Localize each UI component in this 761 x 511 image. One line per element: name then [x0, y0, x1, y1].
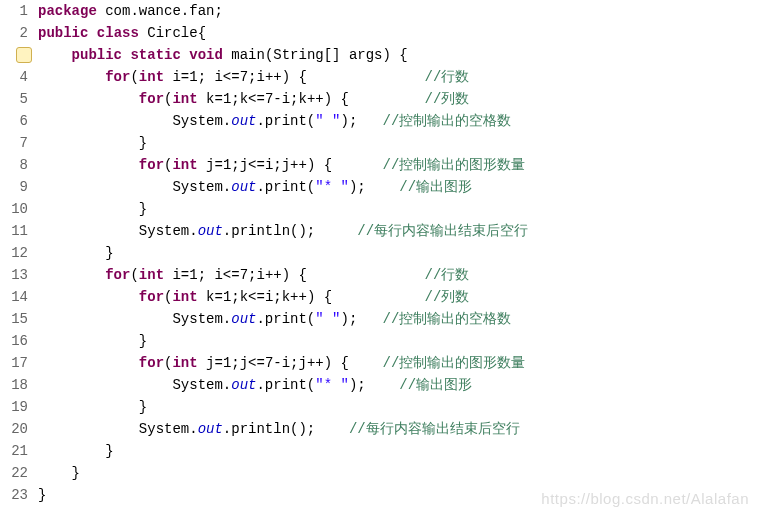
code-line[interactable]: 15 System.out.print(" "); //控制输出的空格数 [0, 308, 761, 330]
token-plain: } [38, 487, 46, 503]
code-line[interactable]: 9 System.out.print("* "); //输出图形 [0, 176, 761, 198]
token-fld: out [231, 179, 256, 195]
token-plain: ); [349, 377, 399, 393]
line-number: 16 [0, 330, 34, 352]
code-line[interactable]: 16 } [0, 330, 761, 352]
line-number: 4 [0, 66, 34, 88]
token-plain: } [105, 245, 113, 261]
code-line[interactable]: 1package com.wance.fan; [0, 0, 761, 22]
code-content[interactable]: } [34, 484, 46, 506]
token-kw: int [172, 91, 197, 107]
token-plain [181, 47, 189, 63]
code-content[interactable]: } [34, 132, 147, 154]
token-plain: k=1;k<=7-i;k++) { [198, 91, 425, 107]
code-editor[interactable]: 1package com.wance.fan;2public class Cir… [0, 0, 761, 506]
token-kw: for [139, 157, 164, 173]
line-number: 9 [0, 176, 34, 198]
code-content[interactable]: System.out.print(" "); //控制输出的空格数 [34, 110, 511, 132]
token-cmt: //行数 [425, 267, 470, 283]
code-line[interactable]: 22 } [0, 462, 761, 484]
code-line[interactable]: 8 for(int j=1;j<=i;j++) { //控制输出的图形数量 [0, 154, 761, 176]
code-content[interactable]: System.out.println(); //每行内容输出结束后空行 [34, 220, 528, 242]
code-content[interactable]: for(int j=1;j<=i;j++) { //控制输出的图形数量 [34, 154, 525, 176]
code-content[interactable]: public class Circle{ [34, 22, 206, 44]
token-plain: com.wance.fan; [97, 3, 223, 19]
line-number: 8 [0, 154, 34, 176]
token-str: " " [315, 311, 340, 327]
code-line[interactable]: 2public class Circle{ [0, 22, 761, 44]
token-plain: j=1;j<=i;j++) { [198, 157, 383, 173]
line-number: 15 [0, 308, 34, 330]
code-content[interactable]: System.out.print("* "); //输出图形 [34, 176, 472, 198]
token-plain: System. [172, 179, 231, 195]
code-content[interactable]: for(int i=1; i<=7;i++) { //行数 [34, 66, 469, 88]
line-number: 12 [0, 242, 34, 264]
token-plain: ); [340, 311, 382, 327]
line-number: 18 [0, 374, 34, 396]
token-kw: for [139, 289, 164, 305]
token-plain: System. [139, 223, 198, 239]
token-kw: for [105, 267, 130, 283]
code-line[interactable]: 7 } [0, 132, 761, 154]
token-plain: i=1; i<=7;i++) { [164, 69, 424, 85]
token-kw: static [130, 47, 180, 63]
code-line[interactable]: public static void main(String[] args) { [0, 44, 761, 66]
token-cmt: //控制输出的空格数 [383, 311, 512, 327]
token-str: "* " [315, 377, 349, 393]
code-line[interactable]: 13 for(int i=1; i<=7;i++) { //行数 [0, 264, 761, 286]
code-line[interactable]: 21 } [0, 440, 761, 462]
code-content[interactable]: } [34, 242, 114, 264]
quickfix-icon[interactable] [16, 47, 32, 63]
token-plain: System. [139, 421, 198, 437]
token-fld: out [198, 421, 223, 437]
token-plain: Circle{ [139, 25, 206, 41]
code-line[interactable]: 4 for(int i=1; i<=7;i++) { //行数 [0, 66, 761, 88]
code-content[interactable]: public static void main(String[] args) { [34, 44, 408, 66]
token-plain: ( [130, 267, 138, 283]
code-content[interactable]: } [34, 198, 147, 220]
token-str: " " [315, 113, 340, 129]
token-plain: i=1; i<=7;i++) { [164, 267, 424, 283]
code-content[interactable]: package com.wance.fan; [34, 0, 223, 22]
code-content[interactable]: for(int i=1; i<=7;i++) { //行数 [34, 264, 469, 286]
token-cmt: //输出图形 [399, 377, 472, 393]
code-content[interactable]: } [34, 396, 147, 418]
code-line[interactable]: 11 System.out.println(); //每行内容输出结束后空行 [0, 220, 761, 242]
token-plain [88, 25, 96, 41]
code-content[interactable]: } [34, 440, 114, 462]
line-number: 5 [0, 88, 34, 110]
token-cmt: //每行内容输出结束后空行 [357, 223, 528, 239]
token-cmt: //列数 [425, 289, 470, 305]
line-number: 20 [0, 418, 34, 440]
code-content[interactable]: for(int j=1;j<=7-i;j++) { //控制输出的图形数量 [34, 352, 525, 374]
line-number: 2 [0, 22, 34, 44]
token-plain: } [139, 333, 147, 349]
code-content[interactable]: for(int k=1;k<=i;k++) { //列数 [34, 286, 469, 308]
token-cmt: //行数 [425, 69, 470, 85]
code-line[interactable]: 19 } [0, 396, 761, 418]
code-content[interactable]: } [34, 330, 147, 352]
code-line[interactable]: 12 } [0, 242, 761, 264]
code-content[interactable]: for(int k=1;k<=7-i;k++) { //列数 [34, 88, 469, 110]
code-content[interactable]: } [34, 462, 80, 484]
code-line[interactable]: 6 System.out.print(" "); //控制输出的空格数 [0, 110, 761, 132]
code-line[interactable]: 20 System.out.println(); //每行内容输出结束后空行 [0, 418, 761, 440]
line-number: 22 [0, 462, 34, 484]
code-line[interactable]: 17 for(int j=1;j<=7-i;j++) { //控制输出的图形数量 [0, 352, 761, 374]
token-cmt: //控制输出的空格数 [383, 113, 512, 129]
token-kw: int [139, 267, 164, 283]
token-plain: } [105, 443, 113, 459]
token-cmt: //输出图形 [399, 179, 472, 195]
token-cmt: //控制输出的图形数量 [383, 157, 526, 173]
code-line[interactable]: 5 for(int k=1;k<=7-i;k++) { //列数 [0, 88, 761, 110]
code-content[interactable]: System.out.println(); //每行内容输出结束后空行 [34, 418, 520, 440]
code-line[interactable]: 18 System.out.print("* "); //输出图形 [0, 374, 761, 396]
code-line[interactable]: 10 } [0, 198, 761, 220]
code-content[interactable]: System.out.print("* "); //输出图形 [34, 374, 472, 396]
token-plain: } [139, 399, 147, 415]
token-plain: System. [172, 113, 231, 129]
line-number: 13 [0, 264, 34, 286]
token-plain: ); [349, 179, 399, 195]
code-content[interactable]: System.out.print(" "); //控制输出的空格数 [34, 308, 511, 330]
code-line[interactable]: 14 for(int k=1;k<=i;k++) { //列数 [0, 286, 761, 308]
